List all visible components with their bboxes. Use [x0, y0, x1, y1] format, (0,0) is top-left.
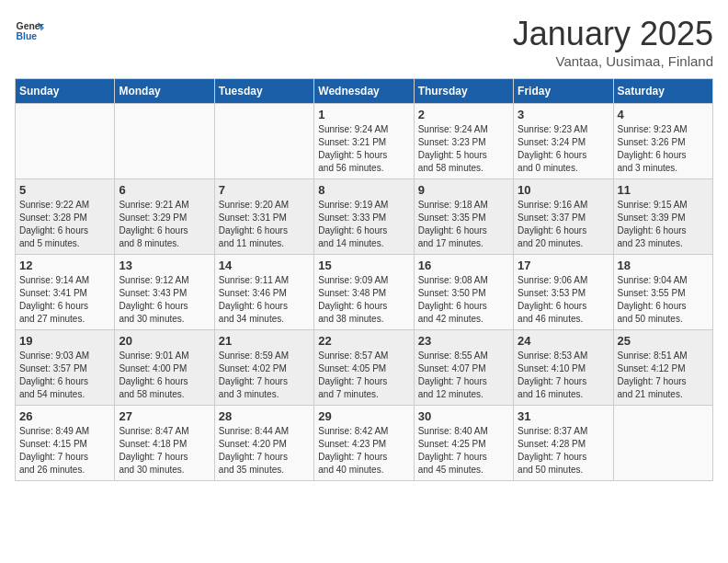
- day-info: Sunrise: 9:20 AM Sunset: 3:31 PM Dayligh…: [219, 199, 310, 250]
- calendar-cell: 8Sunrise: 9:19 AM Sunset: 3:33 PM Daylig…: [314, 179, 414, 255]
- day-info: Sunrise: 8:57 AM Sunset: 4:05 PM Dayligh…: [318, 350, 409, 401]
- title-area: January 2025 Vantaa, Uusimaa, Finland: [513, 15, 713, 69]
- day-number: 29: [318, 409, 409, 423]
- day-info: Sunrise: 8:53 AM Sunset: 4:10 PM Dayligh…: [518, 350, 609, 401]
- day-number: 22: [318, 334, 409, 348]
- day-info: Sunrise: 9:23 AM Sunset: 3:24 PM Dayligh…: [518, 123, 609, 175]
- day-info: Sunrise: 8:51 AM Sunset: 4:12 PM Dayligh…: [618, 350, 709, 401]
- day-number: 14: [219, 259, 310, 272]
- day-info: Sunrise: 8:49 AM Sunset: 4:15 PM Dayligh…: [19, 425, 110, 477]
- weekday-header-friday: Friday: [514, 79, 613, 104]
- day-number: 20: [119, 334, 210, 348]
- calendar-cell: 16Sunrise: 9:08 AM Sunset: 3:50 PM Dayli…: [414, 255, 513, 330]
- day-info: Sunrise: 9:21 AM Sunset: 3:29 PM Dayligh…: [119, 199, 210, 250]
- day-info: Sunrise: 8:44 AM Sunset: 4:20 PM Dayligh…: [219, 425, 310, 477]
- day-number: 6: [119, 183, 210, 197]
- calendar-cell: 1Sunrise: 9:24 AM Sunset: 3:21 PM Daylig…: [314, 104, 414, 179]
- calendar-cell: [613, 406, 712, 481]
- day-info: Sunrise: 9:08 AM Sunset: 3:50 PM Dayligh…: [418, 274, 509, 326]
- day-info: Sunrise: 8:47 AM Sunset: 4:18 PM Dayligh…: [119, 425, 210, 477]
- day-info: Sunrise: 8:55 AM Sunset: 4:07 PM Dayligh…: [418, 350, 509, 401]
- day-number: 8: [318, 183, 409, 197]
- day-info: Sunrise: 9:18 AM Sunset: 3:35 PM Dayligh…: [418, 199, 509, 250]
- day-number: 5: [19, 183, 110, 197]
- calendar-cell: 6Sunrise: 9:21 AM Sunset: 3:29 PM Daylig…: [115, 179, 214, 255]
- day-number: 19: [19, 334, 110, 348]
- calendar-cell: [115, 104, 214, 179]
- day-number: 1: [318, 108, 409, 121]
- weekday-header-thursday: Thursday: [414, 79, 513, 104]
- calendar-cell: [16, 104, 115, 179]
- day-number: 24: [518, 334, 609, 348]
- calendar-cell: [214, 104, 313, 179]
- day-info: Sunrise: 9:22 AM Sunset: 3:28 PM Dayligh…: [19, 199, 110, 250]
- day-info: Sunrise: 9:12 AM Sunset: 3:43 PM Dayligh…: [119, 274, 210, 326]
- day-info: Sunrise: 8:59 AM Sunset: 4:02 PM Dayligh…: [219, 350, 310, 401]
- svg-text:Blue: Blue: [17, 31, 38, 41]
- day-number: 10: [518, 183, 609, 197]
- day-number: 28: [219, 409, 310, 423]
- day-number: 2: [418, 108, 509, 121]
- day-number: 31: [518, 409, 609, 423]
- weekday-header-tuesday: Tuesday: [214, 79, 313, 104]
- day-number: 17: [518, 259, 609, 272]
- calendar-cell: 29Sunrise: 8:42 AM Sunset: 4:23 PM Dayli…: [314, 406, 414, 481]
- calendar-cell: 7Sunrise: 9:20 AM Sunset: 3:31 PM Daylig…: [214, 179, 313, 255]
- weekday-header-sunday: Sunday: [16, 79, 115, 104]
- logo-icon: General Blue: [15, 15, 44, 44]
- weekday-header-wednesday: Wednesday: [314, 79, 414, 104]
- calendar-week-2: 5Sunrise: 9:22 AM Sunset: 3:28 PM Daylig…: [16, 179, 713, 255]
- day-number: 11: [618, 183, 709, 197]
- day-info: Sunrise: 9:14 AM Sunset: 3:41 PM Dayligh…: [19, 274, 110, 326]
- day-number: 18: [618, 259, 709, 272]
- calendar-week-5: 26Sunrise: 8:49 AM Sunset: 4:15 PM Dayli…: [16, 406, 713, 481]
- calendar-cell: 28Sunrise: 8:44 AM Sunset: 4:20 PM Dayli…: [214, 406, 313, 481]
- day-info: Sunrise: 9:03 AM Sunset: 3:57 PM Dayligh…: [19, 350, 110, 401]
- day-info: Sunrise: 8:42 AM Sunset: 4:23 PM Dayligh…: [318, 425, 409, 477]
- month-title: January 2025: [513, 15, 713, 53]
- day-number: 21: [219, 334, 310, 348]
- day-info: Sunrise: 9:01 AM Sunset: 4:00 PM Dayligh…: [119, 350, 210, 401]
- calendar-cell: 14Sunrise: 9:11 AM Sunset: 3:46 PM Dayli…: [214, 255, 313, 330]
- day-number: 16: [418, 259, 509, 272]
- calendar-cell: 18Sunrise: 9:04 AM Sunset: 3:55 PM Dayli…: [613, 255, 712, 330]
- calendar-week-3: 12Sunrise: 9:14 AM Sunset: 3:41 PM Dayli…: [16, 255, 713, 330]
- day-number: 27: [119, 409, 210, 423]
- day-number: 15: [318, 259, 409, 272]
- weekday-header-saturday: Saturday: [613, 79, 712, 104]
- calendar-cell: 12Sunrise: 9:14 AM Sunset: 3:41 PM Dayli…: [16, 255, 115, 330]
- calendar-cell: 21Sunrise: 8:59 AM Sunset: 4:02 PM Dayli…: [214, 330, 313, 406]
- calendar-cell: 26Sunrise: 8:49 AM Sunset: 4:15 PM Dayli…: [16, 406, 115, 481]
- day-info: Sunrise: 8:40 AM Sunset: 4:25 PM Dayligh…: [418, 425, 509, 477]
- calendar-cell: 31Sunrise: 8:37 AM Sunset: 4:28 PM Dayli…: [514, 406, 613, 481]
- calendar-cell: 19Sunrise: 9:03 AM Sunset: 3:57 PM Dayli…: [16, 330, 115, 406]
- day-info: Sunrise: 9:06 AM Sunset: 3:53 PM Dayligh…: [518, 274, 609, 326]
- day-info: Sunrise: 9:04 AM Sunset: 3:55 PM Dayligh…: [618, 274, 709, 326]
- calendar-cell: 24Sunrise: 8:53 AM Sunset: 4:10 PM Dayli…: [514, 330, 613, 406]
- day-info: Sunrise: 8:37 AM Sunset: 4:28 PM Dayligh…: [518, 425, 609, 477]
- calendar-cell: 20Sunrise: 9:01 AM Sunset: 4:00 PM Dayli…: [115, 330, 214, 406]
- calendar-cell: 3Sunrise: 9:23 AM Sunset: 3:24 PM Daylig…: [514, 104, 613, 179]
- page-header: General Blue January 2025 Vantaa, Uusima…: [15, 15, 713, 69]
- weekday-header-monday: Monday: [115, 79, 214, 104]
- calendar-cell: 2Sunrise: 9:24 AM Sunset: 3:23 PM Daylig…: [414, 104, 513, 179]
- day-number: 12: [19, 259, 110, 272]
- day-info: Sunrise: 9:16 AM Sunset: 3:37 PM Dayligh…: [518, 199, 609, 250]
- calendar-cell: 25Sunrise: 8:51 AM Sunset: 4:12 PM Dayli…: [613, 330, 712, 406]
- calendar-cell: 11Sunrise: 9:15 AM Sunset: 3:39 PM Dayli…: [613, 179, 712, 255]
- weekday-header-row: SundayMondayTuesdayWednesdayThursdayFrid…: [16, 79, 713, 104]
- day-number: 13: [119, 259, 210, 272]
- calendar-cell: 4Sunrise: 9:23 AM Sunset: 3:26 PM Daylig…: [613, 104, 712, 179]
- day-info: Sunrise: 9:15 AM Sunset: 3:39 PM Dayligh…: [618, 199, 709, 250]
- calendar-cell: 10Sunrise: 9:16 AM Sunset: 3:37 PM Dayli…: [514, 179, 613, 255]
- calendar-cell: 23Sunrise: 8:55 AM Sunset: 4:07 PM Dayli…: [414, 330, 513, 406]
- calendar-cell: 30Sunrise: 8:40 AM Sunset: 4:25 PM Dayli…: [414, 406, 513, 481]
- day-number: 25: [618, 334, 709, 348]
- calendar-cell: 9Sunrise: 9:18 AM Sunset: 3:35 PM Daylig…: [414, 179, 513, 255]
- calendar-cell: 15Sunrise: 9:09 AM Sunset: 3:48 PM Dayli…: [314, 255, 414, 330]
- calendar-cell: 27Sunrise: 8:47 AM Sunset: 4:18 PM Dayli…: [115, 406, 214, 481]
- day-number: 30: [418, 409, 509, 423]
- calendar-cell: 13Sunrise: 9:12 AM Sunset: 3:43 PM Dayli…: [115, 255, 214, 330]
- calendar-cell: 22Sunrise: 8:57 AM Sunset: 4:05 PM Dayli…: [314, 330, 414, 406]
- calendar-cell: 17Sunrise: 9:06 AM Sunset: 3:53 PM Dayli…: [514, 255, 613, 330]
